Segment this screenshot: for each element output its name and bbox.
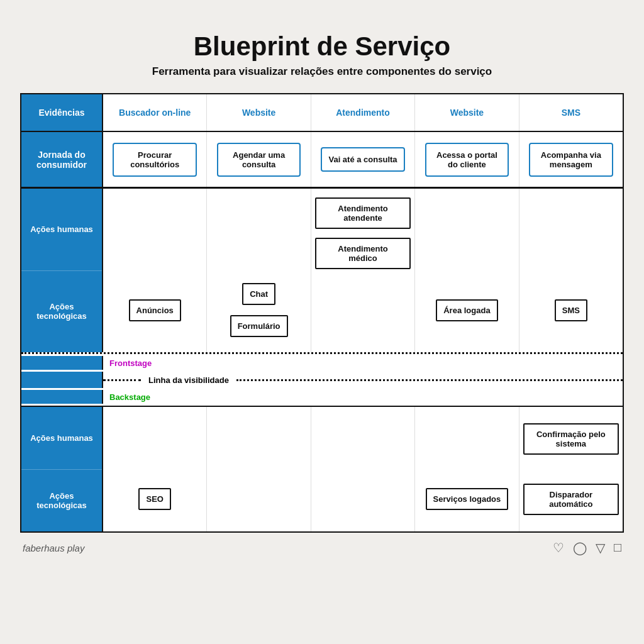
jornada-col-4: Acessa o portal do cliente (415, 132, 519, 187)
evid-col-4: Website (415, 94, 519, 131)
back-col-3-bot (315, 469, 411, 532)
dot-left (103, 379, 141, 381)
row-jornada: Jornada do consumidor Procurar consultór… (21, 132, 623, 189)
back-col-4-bot: Serviços logados (419, 469, 514, 532)
visibility-section: Frontstage Linha da visibilidade Backsta… (21, 352, 623, 406)
back-col-4: Serviços logados (415, 407, 519, 531)
evid-col-3: Atendimento (311, 94, 415, 131)
vis-dots-spacer (21, 372, 103, 388)
comment-icon: ◯ (573, 540, 587, 555)
jornada-cols: Procurar consultórios Agendar uma consul… (103, 132, 623, 187)
blueprint-table: Evidências Buscador on-line Website Aten… (20, 93, 624, 533)
frontstage-labels: Ações humanas Ações tecnológicas (21, 189, 103, 352)
back-col-1-bot: SEO (107, 469, 203, 532)
front-col-3: Atendimento atendente Atendimento médico (311, 189, 415, 352)
dotted-line-row: Linha da visibilidade (21, 372, 623, 388)
frontstage-section: Ações humanas Ações tecnológicas Anúncio… (21, 189, 623, 352)
backstage-labels: Ações humanas Ações tecnológicas (21, 407, 103, 531)
front-col-4: Área logada (415, 189, 519, 352)
front-col-2-top (211, 189, 306, 270)
footer-brand: faberhaus play (23, 543, 84, 553)
action-area-logada: Área logada (436, 299, 497, 321)
action-servicos-logados: Serviços logados (426, 488, 509, 510)
frontstage-label-row: Frontstage (21, 354, 623, 372)
journey-box-3: Vai até a consulta (321, 147, 405, 172)
back-col-3-top (315, 407, 411, 469)
backstage-section: Ações humanas Ações tecnológicas SEO (21, 406, 623, 531)
evid-col-1: Buscador on-line (103, 94, 207, 131)
jornada-col-5: Acompanha via mensagem (519, 132, 623, 187)
label-evidencias: Evidências (21, 94, 103, 131)
front-col-2-bot: Chat Formulário (211, 270, 306, 353)
bookmark-icon: □ (614, 540, 621, 555)
label-acoes-humanas-front: Ações humanas (21, 189, 102, 270)
back-col-4-top (419, 407, 514, 469)
back-col-2-top (211, 407, 306, 469)
journey-box-1: Procurar consultórios (113, 143, 197, 177)
jornada-col-1: Procurar consultórios (103, 132, 207, 187)
page-subtitle: Ferramenta para visualizar relações entr… (152, 65, 492, 78)
label-acoes-tec-back: Ações tecnológicas (21, 469, 102, 532)
label-jornada: Jornada do consumidor (21, 132, 103, 187)
share-icon: ▽ (596, 540, 605, 555)
footer: faberhaus play ♡ ◯ ▽ □ (20, 533, 624, 558)
label-acoes-tec-front: Ações tecnológicas (21, 270, 102, 353)
frontstage-content: Anúncios Chat Formulário Atendimento ate… (103, 189, 623, 352)
journey-box-2: Agendar uma consulta (217, 143, 301, 177)
back-col-2 (207, 407, 311, 531)
backstage-content: SEO Serviços logados (103, 407, 623, 531)
visibility-line-text: Linha da visibilidade (141, 375, 236, 385)
journey-box-4: Acessa o portal do cliente (425, 143, 509, 177)
front-col-3-top: Atendimento atendente Atendimento médico (315, 189, 411, 275)
action-confirmacao: Confirmação pelo sistema (523, 423, 619, 455)
action-sms-front: SMS (555, 299, 587, 321)
action-chat: Chat (242, 283, 275, 305)
action-atend-atendente: Atendimento atendente (315, 197, 411, 229)
front-col-5-bot: SMS (523, 270, 619, 353)
journey-box-5: Acompanha via mensagem (529, 143, 613, 177)
dot-right (236, 379, 623, 381)
jornada-col-2: Agendar uma consulta (207, 132, 311, 187)
action-atend-medico: Atendimento médico (315, 238, 411, 269)
back-col-5: Confirmação pelo sistema Disparador auto… (519, 407, 623, 531)
back-col-3 (311, 407, 415, 531)
evidencias-cols: Buscador on-line Website Atendimento Web… (103, 94, 623, 131)
page-container: Blueprint de Serviço Ferramenta para vis… (8, 13, 636, 644)
back-col-1-top (107, 407, 203, 469)
front-col-4-top (419, 189, 514, 270)
jornada-col-3: Vai até a consulta (311, 132, 415, 187)
front-col-5-top (523, 189, 619, 270)
front-col-1-bot: Anúncios (107, 270, 203, 353)
action-seo: SEO (138, 488, 170, 510)
row-evidencias: Evidências Buscador on-line Website Aten… (21, 94, 623, 132)
back-col-5-bot: Disparador automático (523, 469, 619, 532)
backstage-label: Backstage (103, 392, 150, 402)
vis-dots-content: Linha da visibilidade (103, 375, 623, 385)
backstage-label-row: Backstage (21, 388, 623, 406)
evid-col-2: Website (207, 94, 311, 131)
frontstage-label: Frontstage (103, 358, 152, 368)
front-col-5: SMS (519, 189, 623, 352)
front-col-1-top (107, 189, 203, 270)
vis-label-spacer (21, 356, 103, 370)
front-col-1: Anúncios (103, 189, 207, 352)
label-acoes-humanas-back: Ações humanas (21, 407, 102, 469)
back-col-5-top: Confirmação pelo sistema (523, 407, 619, 469)
action-formulario: Formulário (230, 315, 288, 337)
front-col-4-bot: Área logada (419, 270, 514, 353)
page-title: Blueprint de Serviço (194, 31, 450, 62)
front-col-3-bot (315, 275, 411, 352)
vis-back-spacer (21, 390, 103, 404)
action-disparador: Disparador automático (523, 484, 619, 515)
action-anuncios: Anúncios (129, 299, 181, 321)
footer-icons: ♡ ◯ ▽ □ (553, 540, 621, 555)
back-col-1: SEO (103, 407, 207, 531)
evid-col-5: SMS (519, 94, 623, 131)
front-col-2: Chat Formulário (207, 189, 311, 352)
back-col-2-bot (211, 469, 306, 532)
heart-icon: ♡ (553, 540, 564, 555)
